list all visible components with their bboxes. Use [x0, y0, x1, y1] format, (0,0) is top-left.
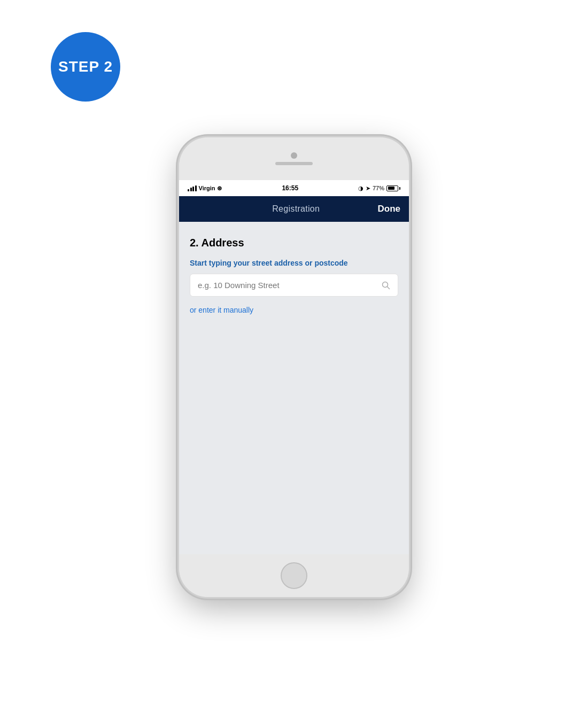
home-button[interactable]	[281, 562, 307, 589]
front-camera	[291, 152, 297, 159]
signal-bar-1	[188, 189, 189, 191]
search-icon	[382, 281, 390, 290]
battery-body	[386, 185, 398, 191]
signal-bar-3	[192, 187, 194, 191]
address-prompt: Start typing your street address or post…	[190, 259, 398, 267]
battery-icon	[386, 185, 400, 191]
svg-line-1	[388, 286, 390, 289]
status-time: 16:55	[282, 184, 298, 192]
address-search-input[interactable]	[198, 281, 382, 290]
status-bar: Virgin ⊛ 16:55 ◑ ➤ 77%	[179, 180, 409, 196]
wifi-icon: ⊛	[217, 185, 222, 192]
content-area: 2. Address Start typing your street addr…	[179, 222, 409, 554]
signal-bar-4	[195, 185, 197, 191]
phone-screen: Virgin ⊛ 16:55 ◑ ➤ 77% Registration Done	[179, 180, 409, 554]
battery-fill	[388, 187, 395, 190]
step-badge-label: STEP 2	[58, 58, 113, 75]
manual-entry-link[interactable]: or enter it manually	[190, 306, 253, 314]
done-button[interactable]: Done	[377, 204, 400, 214]
phone-top-bezel	[179, 137, 409, 180]
phone-frame: Virgin ⊛ 16:55 ◑ ➤ 77% Registration Done	[179, 137, 409, 597]
phone-bottom-bezel	[179, 554, 409, 597]
address-search-container[interactable]	[190, 274, 398, 297]
signal-icon	[188, 185, 197, 191]
battery-percent: 77%	[373, 185, 384, 191]
signal-bar-2	[190, 188, 192, 191]
location-icon: ➤	[366, 185, 370, 192]
status-left: Virgin ⊛	[188, 185, 222, 192]
carrier-name: Virgin	[199, 185, 215, 191]
nav-title: Registration	[272, 204, 320, 214]
section-title: 2. Address	[190, 237, 398, 249]
lock-icon: ◑	[358, 185, 363, 192]
step-badge: STEP 2	[51, 32, 120, 102]
status-right: ◑ ➤ 77%	[358, 185, 400, 192]
battery-tip	[399, 187, 400, 190]
earpiece-speaker	[275, 162, 313, 165]
navigation-bar: Registration Done	[179, 196, 409, 222]
